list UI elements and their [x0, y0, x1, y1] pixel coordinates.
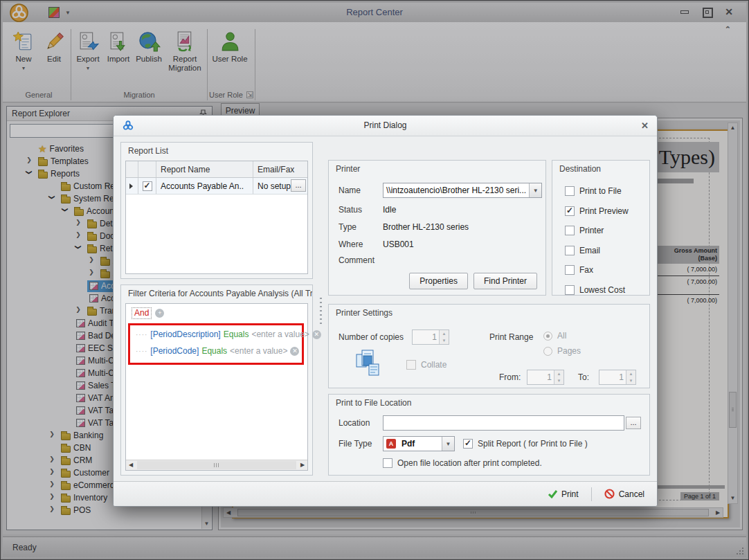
- collate-icon: [355, 349, 381, 378]
- destination-option-print-to-file[interactable]: Print to File: [565, 181, 647, 201]
- copies-spinner[interactable]: 1 ▲▼: [412, 329, 449, 345]
- lowest-cost-checkbox[interactable]: [565, 285, 575, 295]
- report-checkbox[interactable]: [143, 181, 152, 191]
- email-fax-cell: No setup ...: [253, 178, 307, 194]
- collate-checkbox-row[interactable]: Collate: [406, 360, 446, 370]
- groupbox-title: Print to File Location: [329, 395, 649, 411]
- dialog-title-bar[interactable]: Print Dialog ✕: [114, 116, 657, 136]
- from-spinner[interactable]: 1 ▲▼: [527, 370, 564, 385]
- printer-groupbox: Printer Name \\intzoautencio\Brother HL-…: [328, 160, 546, 296]
- spinner-arrows[interactable]: ▲▼: [626, 370, 635, 384]
- email-checkbox[interactable]: [565, 246, 575, 255]
- report-name-cell: Accounts Payable An..: [156, 178, 253, 194]
- destination-option-email[interactable]: Email: [565, 241, 647, 261]
- column-header[interactable]: Email/Fax: [253, 161, 307, 177]
- highlight-rectangle: ···· [PeriodDescription] Equals <enter a…: [128, 323, 304, 365]
- groupbox-title: Destination: [552, 161, 649, 177]
- chevron-down-icon[interactable]: ▼: [529, 183, 541, 197]
- file-location-groupbox: Print to File Location Location ... File…: [328, 394, 650, 476]
- add-condition-icon[interactable]: +: [155, 309, 164, 318]
- to-spinner[interactable]: 1 ▲▼: [599, 370, 636, 385]
- destination-option-lowest-cost[interactable]: Lowest Cost: [565, 280, 647, 300]
- printer-checkbox[interactable]: [565, 226, 575, 235]
- spinner-arrows[interactable]: ▲▼: [439, 330, 449, 344]
- properties-button[interactable]: Properties: [409, 273, 468, 289]
- scroll-right-icon[interactable]: ▶: [298, 460, 307, 470]
- report-list-groupbox: Report List Report Name Email/Fax Accoun…: [120, 142, 313, 279]
- file-type-combo[interactable]: A Pdf ▼: [383, 436, 455, 451]
- scroll-left-icon[interactable]: ◀: [126, 460, 136, 470]
- destination-options: Print to FilePrint PreviewPrinterEmailFa…: [565, 181, 647, 300]
- column-header[interactable]: Report Name: [156, 161, 253, 177]
- to-label: To:: [578, 372, 589, 382]
- report-list-row[interactable]: Accounts Payable An.. No setup ...: [126, 178, 307, 195]
- report-list-grid: Report Name Email/Fax Accounts Payable A…: [125, 161, 308, 274]
- dialog-right-column: Printer Name \\intzoautencio\Brother HL-…: [328, 142, 650, 476]
- open-location-checkbox[interactable]: [383, 458, 392, 468]
- filter-criteria-body: And + ···· [PeriodDescription] Equals <e…: [125, 303, 308, 471]
- ellipsis-button[interactable]: ...: [291, 179, 306, 192]
- collate-checkbox[interactable]: [406, 360, 416, 370]
- filter-condition-row[interactable]: ···· [PeriodCode] Equals <enter a value>…: [136, 346, 299, 356]
- destination-option-fax[interactable]: Fax: [565, 260, 647, 280]
- printer-name-combo[interactable]: \\intzoautencio\Brother HL-2130 seri... …: [383, 183, 542, 198]
- pdf-icon: A: [386, 439, 396, 449]
- tree-connector: ····: [136, 347, 147, 355]
- groupbox-title: Report List: [121, 143, 312, 159]
- all-radio[interactable]: [543, 332, 552, 341]
- dialog-left-column: Report List Report Name Email/Fax Accoun…: [120, 142, 313, 476]
- open-location-row[interactable]: Open file location after print completed…: [383, 458, 542, 468]
- dialog-title: Print Dialog: [114, 120, 657, 130]
- print-dialog: Print Dialog ✕ Report List Report Name E…: [113, 115, 658, 507]
- row-indicator-icon: [129, 183, 133, 189]
- destination-groupbox: Destination Print to FilePrint PreviewPr…: [552, 160, 650, 296]
- filter-root-row[interactable]: And +: [132, 307, 164, 319]
- print-preview-checkbox[interactable]: [565, 206, 575, 216]
- tree-connector: ····: [136, 331, 147, 338]
- filter-and-operator[interactable]: And: [132, 307, 152, 319]
- copies-label: Number of copies: [339, 332, 404, 342]
- print-to-file-checkbox[interactable]: [565, 186, 575, 196]
- column-splitter[interactable]: [318, 142, 323, 476]
- chevron-down-icon[interactable]: ▼: [442, 437, 454, 451]
- range-all-row[interactable]: All: [543, 331, 566, 341]
- range-pages-row[interactable]: Pages: [543, 346, 581, 356]
- scrollbar-thumb[interactable]: [137, 461, 296, 469]
- destination-option-label: Print Preview: [579, 206, 629, 216]
- groupbox-title: Printer Settings: [329, 305, 649, 321]
- check-icon: [548, 489, 557, 498]
- print-range-label: Print Range: [489, 332, 533, 342]
- groupbox-title: Filter Criteria for Accounts Payable Ana…: [121, 285, 312, 302]
- prohibition-icon: [604, 489, 615, 499]
- split-report-checkbox[interactable]: [463, 439, 473, 449]
- printer-settings-groupbox: Printer Settings Number of copies 1 ▲▼: [328, 304, 650, 388]
- destination-option-printer[interactable]: Printer: [565, 221, 647, 241]
- screen: ▼ Report Center ✕ ⌃: [0, 0, 749, 560]
- location-input[interactable]: [383, 415, 624, 431]
- destination-option-label: Print to File: [579, 186, 622, 196]
- grid-header-row: Report Name Email/Fax: [126, 161, 307, 178]
- find-printer-button[interactable]: Find Printer: [473, 273, 537, 289]
- filter-criteria-groupbox: Filter Criteria for Accounts Payable Ana…: [120, 284, 313, 476]
- destination-option-label: Printer: [579, 226, 604, 235]
- groupbox-title: Printer: [329, 161, 545, 177]
- filter-horizontal-scrollbar[interactable]: ◀ ▶: [126, 460, 307, 470]
- fax-checkbox[interactable]: [565, 265, 575, 275]
- print-button[interactable]: Print: [542, 487, 584, 501]
- remove-condition-icon[interactable]: ✕: [290, 347, 299, 356]
- pages-radio[interactable]: [543, 347, 552, 356]
- split-report-row[interactable]: Split Report ( for Print to File ): [463, 439, 588, 449]
- divider: [591, 487, 592, 501]
- browse-button[interactable]: ...: [626, 417, 641, 429]
- dialog-footer: Print Cancel: [114, 481, 657, 506]
- cancel-button[interactable]: Cancel: [599, 487, 650, 501]
- destination-option-label: Lowest Cost: [579, 285, 625, 295]
- filter-condition-row[interactable]: ···· [PeriodDescription] Equals <enter a…: [136, 329, 321, 339]
- spinner-arrows[interactable]: ▲▼: [554, 370, 563, 384]
- dialog-close-icon[interactable]: ✕: [641, 120, 649, 131]
- destination-option-print-preview[interactable]: Print Preview: [565, 201, 647, 222]
- from-label: From:: [499, 372, 521, 382]
- destination-option-label: Email: [579, 246, 600, 255]
- destination-option-label: Fax: [579, 265, 593, 275]
